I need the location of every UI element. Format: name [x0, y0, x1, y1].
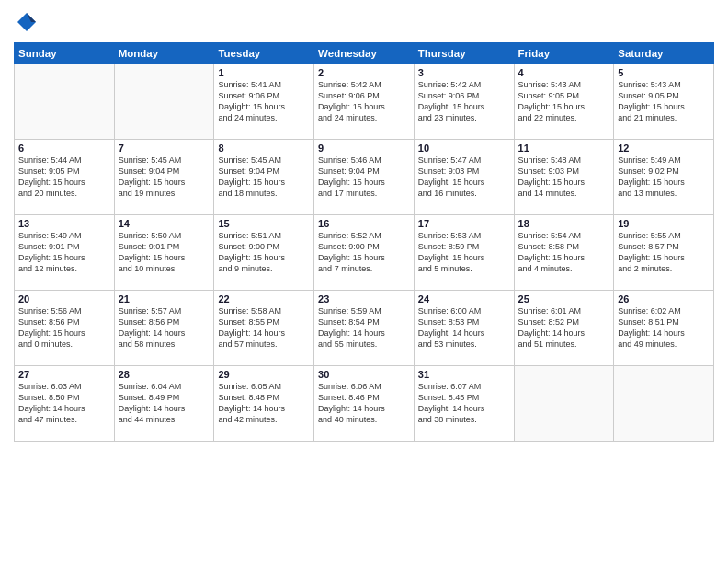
- calendar-cell: 13Sunrise: 5:49 AM Sunset: 9:01 PM Dayli…: [15, 215, 115, 291]
- day-number: 1: [218, 67, 310, 78]
- calendar-cell: 21Sunrise: 5:57 AM Sunset: 8:56 PM Dayli…: [114, 291, 214, 366]
- day-info: Sunrise: 5:49 AM Sunset: 9:02 PM Dayligh…: [618, 155, 710, 200]
- day-number: 17: [418, 218, 510, 229]
- weekday-header-friday: Friday: [514, 43, 614, 64]
- day-info: Sunrise: 6:01 AM Sunset: 8:52 PM Dayligh…: [518, 305, 610, 350]
- calendar-cell: 18Sunrise: 5:54 AM Sunset: 8:58 PM Dayli…: [514, 215, 614, 291]
- day-info: Sunrise: 5:41 AM Sunset: 9:06 PM Dayligh…: [218, 79, 310, 124]
- day-number: 6: [18, 143, 110, 154]
- day-info: Sunrise: 6:06 AM Sunset: 8:46 PM Dayligh…: [318, 381, 410, 426]
- day-number: 13: [18, 218, 110, 229]
- day-info: Sunrise: 5:54 AM Sunset: 8:58 PM Dayligh…: [518, 230, 610, 275]
- day-info: Sunrise: 6:07 AM Sunset: 8:45 PM Dayligh…: [418, 381, 510, 426]
- calendar-cell: 23Sunrise: 5:59 AM Sunset: 8:54 PM Dayli…: [314, 291, 415, 366]
- day-number: 8: [218, 143, 310, 154]
- weekday-header-saturday: Saturday: [614, 43, 714, 64]
- day-info: Sunrise: 5:45 AM Sunset: 9:04 PM Dayligh…: [218, 155, 310, 200]
- day-info: Sunrise: 5:43 AM Sunset: 9:05 PM Dayligh…: [518, 79, 610, 124]
- calendar-cell: 26Sunrise: 6:02 AM Sunset: 8:51 PM Dayli…: [614, 291, 714, 366]
- calendar-cell: 2Sunrise: 5:42 AM Sunset: 9:06 PM Daylig…: [314, 64, 415, 140]
- day-info: Sunrise: 5:50 AM Sunset: 9:01 PM Dayligh…: [119, 230, 210, 275]
- day-number: 19: [618, 218, 710, 229]
- day-number: 28: [119, 369, 210, 380]
- calendar-cell: 14Sunrise: 5:50 AM Sunset: 9:01 PM Dayli…: [114, 215, 214, 291]
- calendar-cell: 9Sunrise: 5:46 AM Sunset: 9:04 PM Daylig…: [314, 140, 415, 215]
- calendar-cell: 10Sunrise: 5:47 AM Sunset: 9:03 PM Dayli…: [414, 140, 514, 215]
- calendar-cell: 31Sunrise: 6:07 AM Sunset: 8:45 PM Dayli…: [414, 366, 514, 442]
- day-number: 26: [618, 293, 710, 304]
- day-info: Sunrise: 6:04 AM Sunset: 8:49 PM Dayligh…: [119, 381, 210, 426]
- calendar-cell: 5Sunrise: 5:43 AM Sunset: 9:05 PM Daylig…: [614, 64, 714, 140]
- logo: [14, 9, 43, 35]
- page: SundayMondayTuesdayWednesdayThursdayFrid…: [0, 0, 728, 563]
- calendar-cell: 7Sunrise: 5:45 AM Sunset: 9:04 PM Daylig…: [114, 140, 214, 215]
- day-info: Sunrise: 5:49 AM Sunset: 9:01 PM Dayligh…: [18, 230, 110, 275]
- day-number: 18: [518, 218, 610, 229]
- calendar-week-row: 20Sunrise: 5:56 AM Sunset: 8:56 PM Dayli…: [15, 291, 714, 366]
- day-info: Sunrise: 5:51 AM Sunset: 9:00 PM Dayligh…: [218, 230, 310, 275]
- day-number: 23: [318, 293, 410, 304]
- calendar-cell: 19Sunrise: 5:55 AM Sunset: 8:57 PM Dayli…: [614, 215, 714, 291]
- calendar-cell: 20Sunrise: 5:56 AM Sunset: 8:56 PM Dayli…: [15, 291, 115, 366]
- day-info: Sunrise: 5:57 AM Sunset: 8:56 PM Dayligh…: [119, 305, 210, 350]
- calendar-cell: 24Sunrise: 6:00 AM Sunset: 8:53 PM Dayli…: [414, 291, 514, 366]
- calendar-cell: 12Sunrise: 5:49 AM Sunset: 9:02 PM Dayli…: [614, 140, 714, 215]
- day-number: 2: [318, 67, 410, 78]
- day-info: Sunrise: 5:59 AM Sunset: 8:54 PM Dayligh…: [318, 305, 410, 350]
- day-number: 31: [418, 369, 510, 380]
- calendar-cell: 16Sunrise: 5:52 AM Sunset: 9:00 PM Dayli…: [314, 215, 415, 291]
- day-number: 11: [518, 143, 610, 154]
- weekday-header-sunday: Sunday: [15, 43, 115, 64]
- day-number: 27: [18, 369, 110, 380]
- calendar-cell: [614, 366, 714, 442]
- day-number: 24: [418, 293, 510, 304]
- calendar-week-row: 1Sunrise: 5:41 AM Sunset: 9:06 PM Daylig…: [15, 64, 714, 140]
- day-number: 15: [218, 218, 310, 229]
- day-number: 12: [618, 143, 710, 154]
- day-number: 4: [518, 67, 610, 78]
- calendar-week-row: 27Sunrise: 6:03 AM Sunset: 8:50 PM Dayli…: [15, 366, 714, 442]
- weekday-header-tuesday: Tuesday: [214, 43, 314, 64]
- header: [14, 9, 714, 35]
- day-info: Sunrise: 5:55 AM Sunset: 8:57 PM Dayligh…: [618, 230, 710, 275]
- day-info: Sunrise: 5:42 AM Sunset: 9:06 PM Dayligh…: [318, 79, 410, 124]
- calendar-cell: [114, 64, 214, 140]
- day-number: 16: [318, 218, 410, 229]
- day-number: 20: [18, 293, 110, 304]
- day-number: 21: [119, 293, 210, 304]
- calendar-cell: 29Sunrise: 6:05 AM Sunset: 8:48 PM Dayli…: [214, 366, 314, 442]
- calendar-cell: 17Sunrise: 5:53 AM Sunset: 8:59 PM Dayli…: [414, 215, 514, 291]
- day-number: 3: [418, 67, 510, 78]
- calendar-cell: 25Sunrise: 6:01 AM Sunset: 8:52 PM Dayli…: [514, 291, 614, 366]
- day-info: Sunrise: 6:03 AM Sunset: 8:50 PM Dayligh…: [18, 381, 110, 426]
- weekday-header-monday: Monday: [114, 43, 214, 64]
- calendar-cell: 22Sunrise: 5:58 AM Sunset: 8:55 PM Dayli…: [214, 291, 314, 366]
- day-number: 10: [418, 143, 510, 154]
- logo-icon: [14, 9, 40, 35]
- day-number: 30: [318, 369, 410, 380]
- weekday-header-row: SundayMondayTuesdayWednesdayThursdayFrid…: [15, 43, 714, 64]
- day-info: Sunrise: 5:58 AM Sunset: 8:55 PM Dayligh…: [218, 305, 310, 350]
- calendar-week-row: 13Sunrise: 5:49 AM Sunset: 9:01 PM Dayli…: [15, 215, 714, 291]
- calendar-table: SundayMondayTuesdayWednesdayThursdayFrid…: [14, 42, 714, 442]
- day-number: 5: [618, 67, 710, 78]
- day-number: 22: [218, 293, 310, 304]
- day-number: 29: [218, 369, 310, 380]
- day-number: 14: [119, 218, 210, 229]
- day-info: Sunrise: 6:00 AM Sunset: 8:53 PM Dayligh…: [418, 305, 510, 350]
- day-info: Sunrise: 5:56 AM Sunset: 8:56 PM Dayligh…: [18, 305, 110, 350]
- calendar-week-row: 6Sunrise: 5:44 AM Sunset: 9:05 PM Daylig…: [15, 140, 714, 215]
- calendar-cell: 3Sunrise: 5:42 AM Sunset: 9:06 PM Daylig…: [414, 64, 514, 140]
- calendar-cell: 11Sunrise: 5:48 AM Sunset: 9:03 PM Dayli…: [514, 140, 614, 215]
- day-info: Sunrise: 5:48 AM Sunset: 9:03 PM Dayligh…: [518, 155, 610, 200]
- day-number: 25: [518, 293, 610, 304]
- calendar-cell: 6Sunrise: 5:44 AM Sunset: 9:05 PM Daylig…: [15, 140, 115, 215]
- day-info: Sunrise: 5:45 AM Sunset: 9:04 PM Dayligh…: [119, 155, 210, 200]
- calendar-cell: 27Sunrise: 6:03 AM Sunset: 8:50 PM Dayli…: [15, 366, 115, 442]
- calendar-cell: 30Sunrise: 6:06 AM Sunset: 8:46 PM Dayli…: [314, 366, 415, 442]
- day-info: Sunrise: 5:46 AM Sunset: 9:04 PM Dayligh…: [318, 155, 410, 200]
- day-info: Sunrise: 5:42 AM Sunset: 9:06 PM Dayligh…: [418, 79, 510, 124]
- day-number: 9: [318, 143, 410, 154]
- day-info: Sunrise: 6:02 AM Sunset: 8:51 PM Dayligh…: [618, 305, 710, 350]
- day-number: 7: [119, 143, 210, 154]
